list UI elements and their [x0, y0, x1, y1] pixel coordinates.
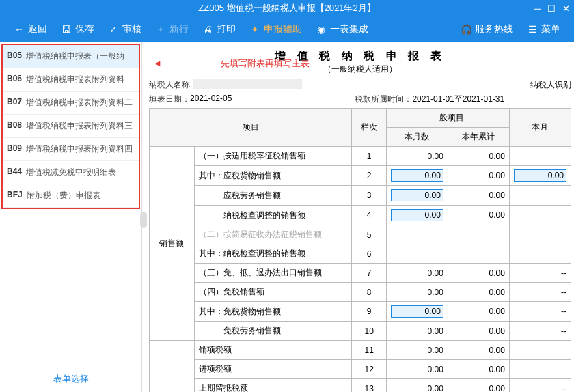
sidebar-item-BFJ[interactable]: BFJ附加税（费）申报表 [3, 184, 139, 208]
year-cell: 0.00 [448, 206, 509, 225]
item-cell: （一）按适用税率征税销售额 [194, 147, 352, 166]
month2-cell [509, 244, 571, 264]
month-cell: 0.00 [386, 283, 448, 302]
sidebar-item-B07[interactable]: B07增值税纳税申报表附列资料二 [3, 92, 139, 115]
item-cell: 应税劳务销售额 [194, 186, 352, 206]
table-row: （二）按简易征收办法征税销售额5 [150, 225, 571, 244]
sidebar-item-code: B05 [7, 51, 22, 62]
save-button[interactable]: 🖫保存 [54, 23, 101, 36]
month-cell[interactable] [386, 186, 448, 206]
sidebar-item-label: 增值税减免税申报明细表 [26, 167, 116, 178]
month-input[interactable] [391, 169, 443, 182]
month-cell[interactable] [386, 302, 448, 322]
audit-button[interactable]: ✓审核 [101, 23, 148, 36]
year-cell [448, 244, 509, 264]
category-cell-2 [150, 341, 195, 393]
sidebar-item-label: 增值税纳税申报表附列资料二 [26, 97, 133, 109]
back-button[interactable]: ←返回 [7, 23, 54, 36]
close-icon[interactable]: ✕ [562, 3, 570, 14]
item-cell: 其中：应税货物销售额 [194, 166, 352, 186]
year-cell: 0.00 [448, 379, 509, 393]
year-cell: 0.00 [448, 322, 509, 341]
sidebar-item-code: B08 [7, 120, 22, 132]
year-cell: 0.00 [448, 360, 509, 379]
month2-cell [509, 147, 571, 166]
month-cell [386, 225, 448, 244]
period-label: 税款所属时间： [355, 94, 412, 105]
col-month: 本月数 [386, 128, 448, 147]
col-no: 栏次 [352, 109, 387, 147]
row-no: 3 [352, 186, 387, 206]
hotline-button[interactable]: 🎧服务热线 [454, 23, 520, 36]
headset-icon: 🎧 [461, 24, 472, 35]
table-row: 其中：应税货物销售额20.00 [150, 166, 571, 186]
sidebar-item-B44[interactable]: B44增值税减免税申报明细表 [3, 161, 139, 184]
table-row: （四）免税销售额80.000.00-- [150, 283, 571, 302]
month-cell: 0.00 [386, 341, 448, 360]
sidebar-item-code: B07 [7, 97, 22, 109]
month2-cell: -- [509, 264, 571, 283]
sidebar-item-code: B06 [7, 74, 22, 85]
year-cell: 0.00 [448, 186, 509, 206]
sidebar-item-label: 增值税纳税申报表（一般纳 [26, 51, 124, 62]
month-cell[interactable] [386, 206, 448, 225]
sidebar-item-B06[interactable]: B06增值税纳税申报表附列资料一 [3, 68, 139, 92]
item-cell: 上期留抵税额 [194, 379, 352, 393]
taxpayer-name [193, 79, 302, 89]
menu-button[interactable]: ☰菜单 [520, 23, 567, 36]
month2-cell: -- [509, 322, 571, 341]
row-no: 9 [352, 302, 387, 322]
year-cell [448, 225, 509, 244]
year-cell: 0.00 [448, 283, 509, 302]
year-cell: 0.00 [448, 166, 509, 186]
assist-icon: ✦ [249, 24, 260, 35]
table-row: 其中：免税货物销售额90.00-- [150, 302, 571, 322]
year-cell: 0.00 [448, 341, 509, 360]
assist-button[interactable]: ✦申报辅助 [243, 23, 309, 36]
save-icon: 🖫 [61, 24, 72, 35]
form-content: 先填写附表再填写主表 增 值 税 纳 税 申 报 表 （一般纳税人适用） 纳税人… [142, 42, 574, 392]
minimize-icon[interactable]: ─ [534, 3, 541, 14]
row-no: 6 [352, 244, 387, 264]
print-button[interactable]: 🖨打印 [195, 23, 243, 36]
fill-date: 2021-02-05 [190, 94, 232, 105]
month-input[interactable] [391, 305, 443, 318]
item-cell: 进项税额 [194, 360, 352, 379]
month-cell: 0.00 [386, 264, 448, 283]
month2-cell[interactable] [509, 166, 571, 186]
table-row: 销售额（一）按适用税率征税销售额10.000.00 [150, 147, 571, 166]
window-title: ZZ005 增值税一般纳税人申报【2021年2月】 [198, 2, 375, 14]
row-no: 7 [352, 264, 387, 283]
taxpayer-id-label: 纳税人识别 [530, 79, 571, 91]
month2-input[interactable] [514, 169, 566, 182]
month-input[interactable] [391, 189, 443, 201]
table-row: 应税劳务销售额30.00 [150, 186, 571, 206]
sidebar-footer[interactable]: 表单选择 [0, 366, 141, 392]
row-no: 13 [352, 379, 387, 393]
integrate-button[interactable]: ◉一表集成 [309, 23, 375, 36]
sidebar-item-label: 附加税（费）申报表 [27, 190, 100, 201]
table-row: 上期留抵税额130.000.00-- [150, 379, 571, 393]
month2-cell [509, 360, 571, 379]
fill-date-label: 填表日期： [149, 94, 190, 105]
sidebar-item-B05[interactable]: B05增值税纳税申报表（一般纳 [3, 45, 139, 68]
sidebar-item-B09[interactable]: B09增值税纳税申报表附列资料四 [3, 138, 139, 161]
row-no: 8 [352, 283, 387, 302]
item-cell: 其中：纳税检查调整的销售额 [194, 244, 352, 264]
table-row: 免税劳务销售额100.000.00-- [150, 322, 571, 341]
month2-cell: -- [509, 302, 571, 322]
month-input[interactable] [391, 209, 443, 221]
sidebar-item-label: 增值税纳税申报表附列资料四 [26, 143, 133, 155]
item-cell: （二）按简易征收办法征税销售额 [194, 225, 352, 244]
sidebar-item-code: B09 [7, 143, 22, 155]
table-row: 销项税额110.000.00 [150, 341, 571, 360]
taxpayer-name-label: 纳税人名称 [149, 79, 190, 91]
month-cell[interactable] [386, 166, 448, 186]
check-icon: ✓ [108, 24, 119, 35]
col-general: 一般项目 [386, 109, 509, 128]
row-no: 2 [352, 166, 387, 186]
maximize-icon[interactable]: ☐ [547, 3, 556, 14]
sidebar-item-B08[interactable]: B08增值税纳税申报表附列资料三 [3, 115, 139, 138]
toolbar: ←返回 🖫保存 ✓审核 ＋新行 🖨打印 ✦申报辅助 ◉一表集成 🎧服务热线 ☰菜… [0, 16, 574, 42]
month2-cell [509, 186, 571, 206]
